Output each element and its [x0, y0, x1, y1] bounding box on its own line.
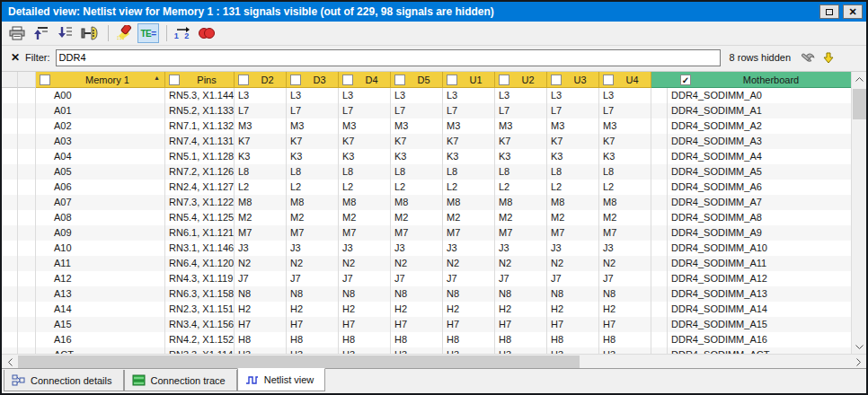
column-header-u2[interactable]: U2 — [495, 72, 547, 88]
horizontal-scrollbar-thumb[interactable] — [18, 356, 580, 368]
gutter-header — [18, 72, 36, 88]
cell-signal: A12 — [36, 271, 165, 286]
table-row[interactable]: A08RN5.4, X1.125M2M2M2M2M2M2M2M2DDR4_SOD… — [2, 210, 851, 225]
cell-spacer — [651, 256, 668, 271]
cell-pin-u1: H3 — [443, 347, 495, 354]
column-checkbox-memory1[interactable] — [40, 75, 50, 85]
table-row[interactable]: A05RN7.2, X1.126L8L8L8L8L8L8L8L8DDR4_SOD… — [2, 164, 851, 180]
table-row[interactable]: A04RN5.1, X1.128K3K3K3K3K3K3K3K3DDR4_SOD… — [2, 149, 851, 164]
cell-pin-u2: M2 — [495, 210, 547, 225]
cell-pin-d3: N2 — [287, 256, 339, 271]
cell-pin-u3: M7 — [547, 225, 599, 241]
cell-motherboard: DDR4_SODIMM_ACT — [668, 347, 851, 354]
te-equivalence-button[interactable]: TE= — [137, 23, 159, 43]
cell-motherboard: DDR4_SODIMM_A14 — [668, 302, 851, 317]
row-gutter — [18, 180, 36, 195]
connector-button[interactable] — [79, 23, 101, 43]
filter-input[interactable] — [56, 49, 721, 66]
cell-spacer — [651, 149, 668, 164]
connector-icon — [81, 26, 99, 40]
sort-asc-icon: ▲ — [154, 75, 160, 81]
vertical-scrollbar-thumb[interactable] — [853, 89, 866, 119]
cell-pin-u2: L2 — [495, 180, 547, 195]
record-button[interactable] — [196, 23, 217, 43]
table-row[interactable]: A16RN4.2, X1.152H8H8H8H8H8H8H8H8DDR4_SOD… — [2, 332, 851, 347]
filter-expand-button[interactable] — [823, 52, 834, 64]
cell-pin-u1: M7 — [443, 225, 495, 241]
table-row[interactable]: A07RN7.3, X1.122M8M8M8M8M8M8M8M8DDR4_SOD… — [2, 195, 851, 210]
cell-motherboard: DDR4_SODIMM_A8 — [668, 210, 851, 225]
move-to-bottom-button[interactable] — [55, 23, 76, 43]
column-header-d4[interactable]: D4 — [339, 72, 391, 88]
print-button[interactable] — [6, 23, 28, 43]
column-header-u4[interactable]: U4 — [599, 72, 651, 88]
column-header-d5[interactable]: D5 — [391, 72, 443, 88]
table-row[interactable]: A02RN7.1, X1.132M3M3M3M3M3M3M3M3DDR4_SOD… — [2, 118, 851, 134]
cell-pins: RN7.3, X1.122 — [165, 195, 235, 210]
cell-pin-d4: J7 — [339, 271, 391, 286]
column-header-d2[interactable]: D2 — [235, 72, 287, 88]
column-checkbox-d5[interactable] — [394, 75, 405, 85]
column-checkbox-u3[interactable] — [551, 75, 562, 85]
row-gutter — [2, 225, 18, 241]
cell-pin-u4: H7 — [599, 317, 651, 332]
filter-settings-button[interactable] — [799, 50, 815, 65]
renumber-icon: 1 2 — [174, 26, 191, 40]
cell-signal: A15 — [36, 317, 165, 332]
cell-pin-u2: M8 — [495, 195, 547, 210]
renumber-button[interactable]: 1 2 — [172, 23, 193, 43]
vertical-scrollbar[interactable] — [851, 72, 866, 354]
column-header-pins[interactable]: Pins — [165, 72, 235, 88]
column-checkbox-motherboard[interactable]: ✓ — [680, 75, 691, 85]
gutter-header — [2, 72, 18, 88]
tab-netlist-view[interactable]: Netlist view — [237, 368, 326, 391]
window-title: Detailed view: Netlist view for Memory 1… — [8, 5, 819, 18]
column-checkbox-d2[interactable] — [238, 75, 249, 85]
table-row[interactable]: A11RN6.4, X1.120N2N2N2N2N2N2N2N2DDR4_SOD… — [2, 256, 851, 271]
row-gutter — [2, 241, 18, 256]
cell-pin-d3: H8 — [287, 332, 339, 347]
column-checkbox-u2[interactable] — [499, 75, 509, 85]
row-gutter — [18, 317, 36, 332]
cell-pins: RN2.4, X1.127 — [165, 180, 235, 195]
table-row[interactable]: A00RN5.3, X1.144L3L3L3L3L3L3L3L3DDR4_SOD… — [2, 88, 851, 103]
cell-pin-d5: H7 — [391, 317, 443, 332]
move-to-top-button[interactable] — [31, 23, 52, 43]
table-row[interactable]: A06RN2.4, X1.127L2L2L2L2L2L2L2L2DDR4_SOD… — [2, 180, 851, 195]
table-row[interactable]: A12RN4.3, X1.119J7J7J7J7J7J7J7J7DDR4_SOD… — [2, 271, 851, 286]
column-checkbox-d3[interactable] — [290, 75, 301, 85]
scroll-down-arrow-icon[interactable] — [852, 339, 867, 354]
column-header-memory1[interactable]: Memory 1▲ — [36, 72, 165, 88]
column-header-u3[interactable]: U3 — [547, 72, 599, 88]
scroll-up-arrow-icon[interactable] — [852, 72, 867, 86]
table-row[interactable]: A14RN2.3, X1.151H2H2H2H2H2H2H2H2DDR4_SOD… — [2, 302, 851, 317]
horizontal-scrollbar[interactable] — [2, 354, 866, 368]
scroll-left-arrow-icon[interactable] — [3, 355, 17, 369]
table-row[interactable]: ACTRN3.3, X1.114H3H3H3H3H3H3H3H3DDR4_SOD… — [2, 347, 851, 354]
scroll-right-arrow-icon[interactable] — [851, 355, 865, 369]
column-header-d3[interactable]: D3 — [287, 72, 339, 88]
cell-pin-u1: M3 — [443, 118, 495, 134]
table-row[interactable]: A15RN3.4, X1.156H7H7H7H7H7H7H7H7DDR4_SOD… — [2, 317, 851, 332]
table-row[interactable]: A10RN3.1, X1.146J3J3J3J3J3J3J3J3DDR4_SOD… — [2, 241, 851, 256]
tab-connection-details[interactable]: Connection details — [4, 370, 124, 391]
table-row[interactable]: A03RN7.4, X1.131K7K7K7K7K7K7K7K7DDR4_SOD… — [2, 134, 851, 149]
column-checkbox-u4[interactable] — [603, 75, 614, 85]
table-row[interactable]: A09RN6.1, X1.121M7M7M7M7M7M7M7M7DDR4_SOD… — [2, 225, 851, 241]
column-checkbox-u1[interactable] — [447, 75, 457, 85]
connection-details-icon — [12, 374, 25, 386]
close-button[interactable]: ✕ — [843, 4, 863, 19]
cell-motherboard: DDR4_SODIMM_A7 — [668, 195, 851, 210]
column-header-u1[interactable]: U1 — [443, 72, 495, 88]
tab-connection-trace[interactable]: Connection trace — [124, 370, 237, 391]
table-row[interactable]: A01RN5.2, X1.133L7L7L7L7L7L7L7L7DDR4_SOD… — [2, 103, 851, 118]
highlighter-button[interactable] — [113, 23, 135, 43]
table-row[interactable]: A13RN6.3, X1.158N8N8N8N8N8N8N8N8DDR4_SOD… — [2, 286, 851, 302]
clear-filter-icon[interactable]: ✕ — [11, 51, 20, 64]
column-checkbox-pins[interactable] — [169, 75, 180, 85]
column-checkbox-d4[interactable] — [342, 75, 353, 85]
cell-pin-u1: M8 — [443, 195, 495, 210]
maximize-button[interactable] — [819, 4, 839, 19]
column-header-motherboard[interactable]: ✓Motherboard — [651, 72, 851, 88]
cell-pin-u1: J7 — [443, 271, 495, 286]
